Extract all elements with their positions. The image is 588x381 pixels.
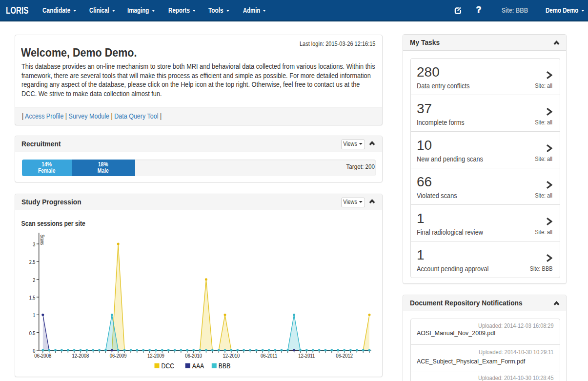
svg-text:12-2008: 12-2008: [72, 353, 89, 359]
svg-text:3: 3: [33, 242, 35, 248]
svg-text:12-2010: 12-2010: [223, 353, 240, 359]
svg-text:06-2008: 06-2008: [34, 353, 51, 359]
svg-text:AAA: AAA: [192, 362, 204, 370]
svg-text:2.5: 2.5: [29, 260, 36, 265]
svg-text:06-2010: 06-2010: [185, 353, 202, 359]
svg-text:06-2009: 06-2009: [110, 353, 127, 359]
svg-text:12-2011: 12-2011: [298, 353, 315, 359]
svg-text:06-2011: 06-2011: [261, 353, 277, 359]
svg-text:06-2012: 06-2012: [336, 353, 353, 359]
svg-text:0.5: 0.5: [29, 330, 36, 336]
svg-text:DCC: DCC: [162, 362, 175, 370]
svg-text:Scans: Scans: [40, 235, 45, 245]
svg-text:Scan sessions per site: Scan sessions per site: [21, 220, 85, 227]
svg-text:1: 1: [33, 313, 35, 319]
svg-text:12-2009: 12-2009: [147, 353, 164, 359]
svg-text:1.5: 1.5: [29, 295, 36, 301]
svg-text:2: 2: [33, 277, 35, 283]
svg-text:BBB: BBB: [219, 362, 231, 370]
